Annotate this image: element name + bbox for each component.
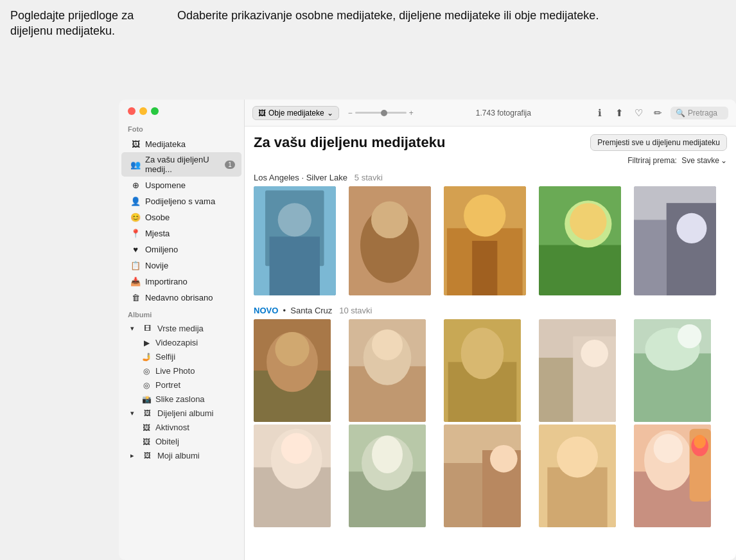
heart-icon[interactable]: ♡ — [632, 107, 645, 119]
svg-rect-11 — [539, 186, 621, 295]
sidebar-item-places[interactable]: 📍 Mjesta — [121, 225, 241, 241]
sidebar-item-favorites[interactable]: ♥ Omiljeno — [121, 241, 241, 257]
share-icon[interactable]: ⬆ — [613, 107, 626, 119]
svg-point-26 — [372, 329, 403, 360]
svg-point-45 — [372, 435, 403, 473]
svg-rect-38 — [254, 424, 331, 527]
svg-rect-23 — [349, 319, 426, 422]
svg-rect-34 — [634, 319, 711, 422]
svg-point-36 — [645, 328, 699, 371]
sidebar-item-portrait[interactable]: ◎ Portret — [121, 378, 241, 392]
svg-rect-48 — [482, 450, 521, 527]
photo-cell[interactable] — [254, 424, 331, 527]
zoom-slider-thumb — [381, 110, 387, 116]
photo-cell[interactable] — [444, 424, 521, 527]
photo-cell[interactable] — [444, 186, 526, 295]
svg-rect-57 — [690, 429, 711, 502]
sidebar-item-screenshots[interactable]: 📸 Slike zaslona — [121, 392, 241, 406]
tooltip-left: Pogledajte prijedloge za dijeljenu medij… — [0, 0, 167, 100]
photo-cell[interactable] — [444, 319, 521, 422]
sidebar-item-my-albums[interactable]: ▸ 🖼 Moji albumi — [121, 449, 241, 462]
sidebar-item-family[interactable]: 🖼 Obitelj — [121, 435, 241, 448]
sidebar-item-label: Novije — [145, 261, 168, 270]
svg-point-55 — [644, 430, 692, 490]
sidebar-item-shared-with-you[interactable]: 👤 Podijeljeno s vama — [121, 193, 241, 209]
photo-cell[interactable] — [254, 319, 331, 422]
sidebar-item-label: Importirano — [145, 277, 188, 286]
sidebar-item-shared-albums[interactable]: ▾ 🖼 Dijeljeni albumi — [121, 407, 241, 420]
library-selector-label: Obje medijateke — [268, 109, 324, 118]
zoom-out-icon[interactable]: − — [348, 109, 353, 118]
svg-rect-51 — [547, 468, 607, 527]
photo-cell[interactable] — [634, 319, 711, 422]
edit-icon[interactable]: ✏ — [651, 107, 664, 119]
sidebar-item-people[interactable]: 😊 Osobe — [121, 209, 241, 225]
zoom-slider-track[interactable] — [355, 112, 407, 114]
svg-point-40 — [271, 429, 322, 489]
svg-point-41 — [281, 433, 312, 464]
photo-cell[interactable] — [539, 186, 621, 295]
search-box[interactable]: 🔍 Pretraga — [670, 107, 728, 119]
family-icon: 🖼 — [142, 437, 151, 446]
photo-cell[interactable] — [634, 186, 716, 295]
close-button[interactable] — [128, 107, 136, 115]
sidebar-item-memories[interactable]: ⊕ Uspomene — [121, 177, 241, 193]
section2-count: 10 stavki — [339, 306, 372, 315]
svg-rect-47 — [444, 463, 482, 527]
sidebar-item-label: Omiljeno — [145, 245, 178, 254]
minimize-button[interactable] — [139, 107, 147, 115]
photo-cell[interactable] — [539, 319, 616, 422]
sidebar-item-imported[interactable]: 📥 Importirano — [121, 274, 241, 289]
svg-point-6 — [371, 202, 408, 239]
section1-count: 5 stavki — [355, 173, 383, 182]
zoom-in-icon[interactable]: + — [409, 109, 414, 118]
svg-rect-17 — [667, 203, 716, 295]
svg-rect-32 — [573, 337, 616, 422]
sidebar-item-label: Slike zaslona — [155, 394, 205, 404]
svg-point-21 — [267, 332, 318, 392]
photo-cell[interactable] — [349, 186, 431, 295]
chevron-right-icon: ▸ — [130, 451, 139, 460]
sidebar-item-label: Mjesta — [145, 229, 170, 238]
search-placeholder: Pretraga — [688, 109, 717, 118]
sidebar-item-media-types[interactable]: ▾ 🎞 Vrste medija — [121, 322, 241, 335]
filter-selector[interactable]: Filtriraj prema: Sve stavke ⌄ — [627, 156, 727, 165]
photo-cell[interactable] — [349, 319, 426, 422]
svg-rect-24 — [349, 366, 426, 422]
photo-cell[interactable] — [349, 424, 426, 527]
slider-control: − + — [348, 109, 414, 118]
info-icon[interactable]: ℹ — [593, 107, 606, 119]
svg-rect-39 — [254, 468, 331, 527]
media-types-icon: 🎞 — [144, 324, 153, 333]
sidebar-item-library[interactable]: 🖼 Medijateka — [121, 136, 241, 152]
sidebar-item-label: Uspomene — [145, 180, 186, 190]
sidebar-item-videos[interactable]: ▶ Videozapisi — [121, 336, 241, 349]
move-all-button[interactable]: Premjesti sve u dijeljenu medijateku — [590, 134, 727, 151]
photo-cell[interactable] — [254, 186, 336, 295]
photo-cell[interactable] — [539, 424, 616, 527]
shared-with-you-icon: 👤 — [130, 196, 141, 206]
svg-rect-28 — [448, 362, 517, 422]
sidebar-item-deleted[interactable]: 🗑 Nedavno obrisano — [121, 290, 241, 305]
photo-count: 1.743 fotografija — [419, 109, 588, 118]
photo-grid-2-row2 — [254, 424, 727, 527]
svg-rect-0 — [254, 186, 336, 295]
svg-rect-35 — [634, 353, 711, 422]
sidebar-item-activity[interactable]: 🖼 Aktivnost — [121, 421, 241, 434]
svg-rect-31 — [539, 358, 573, 422]
sidebar-item-label: Nedavno obrisano — [145, 293, 213, 302]
svg-point-56 — [654, 434, 683, 463]
svg-point-14 — [570, 203, 607, 240]
page-title: Za vašu dijeljenu medijateku — [254, 134, 445, 151]
svg-rect-16 — [634, 220, 667, 295]
fullscreen-button[interactable] — [151, 107, 159, 115]
sidebar-item-selfies[interactable]: 🤳 Selfiji — [121, 350, 241, 363]
content-area[interactable]: Za vašu dijeljenu medijateku Premjesti s… — [245, 127, 736, 560]
library-selector[interactable]: 🖼 Obje medijateke ⌄ — [252, 106, 339, 120]
sidebar-item-live-photos[interactable]: ◎ Live Photo — [121, 364, 241, 378]
svg-rect-12 — [539, 245, 621, 295]
sidebar-item-shared[interactable]: 👥 Za vašu dijeljenU medij... 1 — [121, 152, 241, 177]
sidebar-item-recent[interactable]: 📋 Novije — [121, 258, 241, 273]
sidebar-item-label: Vrste medija — [157, 324, 204, 333]
photo-cell[interactable] — [634, 424, 711, 527]
